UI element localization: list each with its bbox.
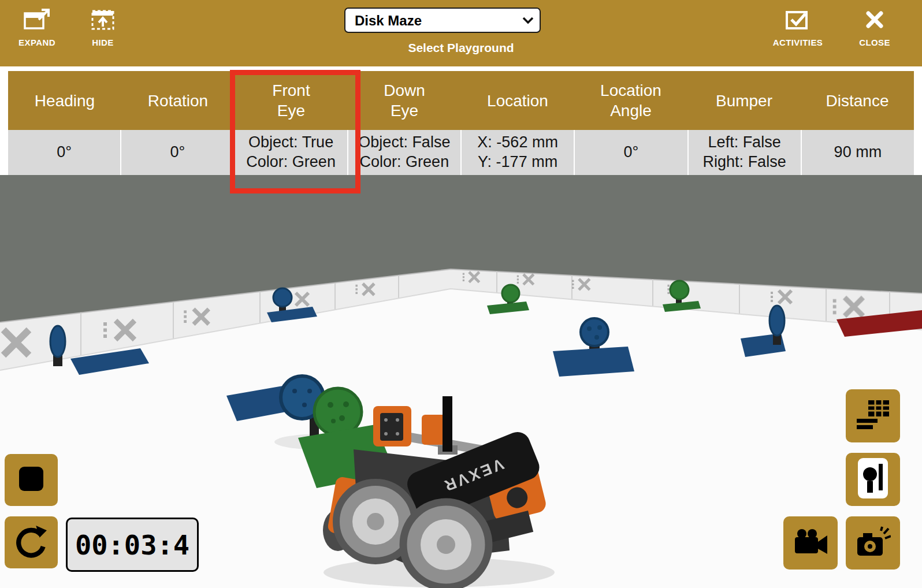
- col-header-location: Location: [461, 71, 574, 130]
- activities-checkbox-icon: [783, 8, 812, 34]
- col-header-location-angle: Location Angle: [574, 71, 687, 130]
- close-button[interactable]: CLOSE: [853, 8, 897, 47]
- close-icon: [862, 8, 887, 34]
- value-heading: 0°: [8, 130, 120, 175]
- snapshot-button[interactable]: [846, 516, 900, 570]
- reset-button[interactable]: [5, 516, 58, 568]
- col-header-down-eye: Down Eye: [348, 71, 461, 130]
- sensor-dashboard: Heading Rotation Front Eye Down Eye Loca…: [8, 71, 914, 175]
- playground-select-wrap: Disk Maze: [344, 8, 541, 33]
- sensor-data-button[interactable]: [846, 389, 900, 442]
- activities-button[interactable]: ACTIVITIES: [764, 8, 832, 47]
- stop-button[interactable]: [5, 454, 58, 506]
- snapshot-camera-icon: [855, 526, 891, 560]
- value-location: X: -562 mmY: -177 mm: [460, 130, 574, 175]
- reset-icon: [14, 524, 48, 560]
- activities-label: ACTIVITIES: [773, 38, 823, 47]
- robot-antenna: [443, 396, 452, 452]
- col-header-rotation: Rotation: [121, 71, 235, 130]
- close-label: CLOSE: [859, 38, 890, 47]
- hide-window-icon: [90, 8, 116, 34]
- timer-value: 00:03:4: [75, 529, 189, 561]
- value-bumper: Left: FalseRight: False: [687, 130, 801, 175]
- value-distance: 90 mm: [801, 130, 914, 175]
- expand-icon: [23, 8, 51, 34]
- video-camera-icon: [793, 527, 828, 559]
- sensor-values-row: 0° 0° Object: TrueColor: Green Object: F…: [8, 130, 914, 175]
- col-header-distance: Distance: [801, 71, 914, 130]
- col-header-front-eye: Front Eye: [235, 71, 348, 130]
- value-location-angle: 0°: [574, 130, 687, 175]
- robot-wheel-right: [403, 502, 489, 587]
- value-rotation: 0°: [120, 130, 233, 175]
- timer-display: 00:03:4: [66, 518, 199, 572]
- top-toolbar: EXPAND HIDE Disk Maze Select Playground: [0, 0, 922, 66]
- value-down-eye: Object: FalseColor: Green: [347, 130, 460, 175]
- robot-view-button[interactable]: [846, 453, 900, 506]
- value-front-eye: Object: TrueColor: Green: [234, 130, 347, 175]
- col-header-heading: Heading: [8, 71, 121, 130]
- robot-view-icon: [856, 457, 890, 502]
- col-header-bumper: Bumper: [687, 71, 801, 130]
- video-camera-button[interactable]: [783, 516, 838, 570]
- data-grid-icon: [856, 399, 890, 433]
- sensor-header-row: Heading Rotation Front Eye Down Eye Loca…: [8, 71, 914, 130]
- stop-icon: [17, 465, 45, 495]
- mat-blue-mid-right: [553, 347, 634, 377]
- playground-select[interactable]: Disk Maze: [344, 8, 541, 33]
